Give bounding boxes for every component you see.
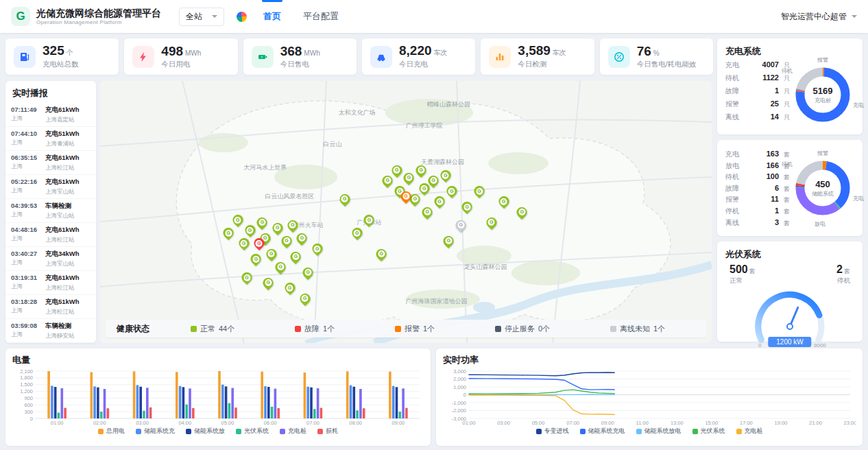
map-pin-alarm[interactable]: G: [401, 191, 411, 202]
broadcast-item: 05:22:16上海充电51kWh上海宝山站: [5, 175, 96, 199]
map-pin-normal[interactable]: G: [242, 272, 252, 283]
map-pin-normal[interactable]: G: [422, 207, 433, 217]
legend-color-swatch: [495, 326, 501, 332]
broadcast-time: 04:39:53: [11, 202, 43, 209]
map-pin-normal[interactable]: G: [312, 244, 322, 254]
chart-legend-item[interactable]: 充电桩: [280, 427, 306, 436]
map-pin-fault[interactable]: G: [254, 238, 264, 248]
legend-color-swatch: [736, 429, 742, 434]
chart-legend-item[interactable]: 光伏系统: [236, 427, 269, 436]
map-pin-offline[interactable]: G: [456, 220, 466, 230]
map-pin-normal[interactable]: G: [410, 194, 420, 204]
map-pin-normal[interactable]: G: [257, 217, 267, 228]
map-pin-normal[interactable]: G: [282, 236, 292, 246]
chart-legend-item[interactable]: 储能系统放电: [636, 427, 682, 436]
energy-chart-title: 电量: [12, 354, 424, 366]
pv-stopped-unit: 套: [844, 268, 850, 274]
map-pin-normal[interactable]: G: [266, 249, 276, 259]
map-pin-normal[interactable]: G: [272, 223, 282, 233]
pv-system-card: 光伏系统 500套 正常 2套 停机 09000 1200 kW: [717, 241, 863, 342]
broadcast-event: 充电61kWh: [45, 226, 91, 235]
map-pin-normal[interactable]: G: [429, 176, 439, 186]
legend-color-swatch: [186, 429, 191, 434]
kpi-card: 498MWh今日用电: [124, 38, 237, 75]
map-pin-normal[interactable]: G: [517, 207, 527, 217]
health-legend-item: 离线未知1个: [610, 324, 665, 334]
map-pin-normal[interactable]: G: [486, 217, 496, 228]
broadcast-event: 充电51kWh: [45, 178, 91, 187]
chart-legend-item[interactable]: 储能系统充: [136, 427, 175, 436]
tab-platform-config[interactable]: 平台配置: [292, 0, 350, 33]
map-place-label: 广州理工学院: [406, 121, 443, 130]
stat-row: 报警25只: [725, 99, 790, 113]
map-pin-normal[interactable]: G: [297, 233, 307, 244]
chart-legend-item[interactable]: 充电桩: [736, 427, 763, 436]
map-pin-normal[interactable]: G: [376, 249, 387, 259]
map-pin-normal[interactable]: G: [435, 196, 445, 206]
broadcast-time: 03:40:27: [11, 250, 43, 257]
kpi-unit: %: [653, 49, 660, 57]
pv-gauge: 09000 1200 kW: [725, 285, 854, 348]
donut-callout: 报警: [817, 150, 828, 157]
broadcast-station: 上海青浦站: [45, 140, 91, 148]
svg-text:0: 0: [758, 342, 762, 348]
map-pin-normal[interactable]: G: [224, 228, 234, 238]
map-pin-normal[interactable]: G: [440, 170, 450, 180]
chart-legend-item[interactable]: 总用电: [98, 427, 125, 436]
chart-legend-item[interactable]: 专变进线: [536, 427, 569, 436]
svg-text:3,000: 3,000: [453, 368, 466, 375]
legend-color-swatch: [236, 429, 241, 434]
map-pin-normal[interactable]: G: [498, 196, 509, 206]
map-pin-normal[interactable]: G: [364, 215, 374, 225]
health-status-legend: 健康状态 正常44个故障1个报警1个停止服务0个离线未知1个: [106, 320, 706, 338]
tab-home[interactable]: 首页: [252, 0, 292, 33]
broadcast-list[interactable]: 07:11:49上海充电61kWh上海嘉定站07:44:10上海充电51kWh上…: [5, 103, 96, 343]
map-pin-normal[interactable]: G: [474, 186, 485, 196]
map-pin-normal[interactable]: G: [462, 202, 472, 212]
station-selector[interactable]: 全站: [179, 8, 224, 26]
legend-color-swatch: [395, 326, 401, 332]
map[interactable]: 健康状态 正常44个故障1个报警1个停止服务0个离线未知1个 太和文化广场帽峰山…: [100, 81, 712, 343]
map-pin-normal[interactable]: G: [303, 268, 313, 278]
map-pin-normal[interactable]: G: [287, 220, 298, 230]
map-pin-normal[interactable]: G: [263, 278, 274, 288]
svg-text:02:00: 02:00: [93, 420, 106, 426]
kpi-label: 今日售电/耗电能效: [637, 60, 697, 69]
map-pin-normal[interactable]: G: [276, 262, 286, 272]
map-pin-normal[interactable]: G: [391, 165, 402, 176]
map-pin-normal[interactable]: G: [239, 238, 249, 248]
broadcast-time: 05:22:16: [11, 178, 43, 185]
svg-text:21:00: 21:00: [809, 420, 822, 426]
map-pin-normal[interactable]: G: [446, 186, 457, 196]
chart-legend-item[interactable]: 损耗: [317, 427, 338, 436]
kpi-label: 今日售电: [280, 60, 320, 69]
apps-icon[interactable]: [237, 12, 247, 22]
user-name: 智光运营中心超管: [781, 11, 847, 23]
svg-text:1,000: 1,000: [453, 384, 466, 390]
map-place-label: 白云山: [323, 139, 341, 148]
map-pin-normal[interactable]: G: [300, 294, 310, 304]
broadcast-time: 04:48:16: [11, 226, 43, 233]
map-pin-normal[interactable]: G: [285, 283, 295, 293]
map-pin-normal[interactable]: G: [416, 165, 426, 176]
map-pin-normal[interactable]: G: [339, 194, 350, 204]
map-pin-normal[interactable]: G: [404, 173, 414, 183]
map-pin-normal[interactable]: G: [352, 228, 362, 238]
energy-chart-legend: 总用电储能系统充储能系统放光伏系统充电桩损耗: [12, 427, 424, 436]
chart-legend-item[interactable]: 光伏系统: [692, 427, 725, 436]
map-place-label: 龙头山森林公园: [463, 263, 507, 272]
svg-text:2,000: 2,000: [453, 376, 466, 382]
map-pin-normal[interactable]: G: [444, 236, 454, 246]
kpi-unit: 车次: [553, 48, 566, 58]
map-pin-normal[interactable]: G: [251, 254, 261, 264]
chart-legend-item[interactable]: 储能系统放: [186, 427, 225, 436]
map-pin-normal[interactable]: G: [245, 225, 255, 235]
chart-legend-item[interactable]: 储能系统充电: [580, 427, 625, 436]
map-pin-normal[interactable]: G: [383, 176, 393, 186]
user-menu[interactable]: 智光运营中心超管: [781, 11, 857, 23]
map-pin-normal[interactable]: G: [291, 252, 301, 262]
map-pin-normal[interactable]: G: [232, 215, 243, 225]
broadcast-item: 03:40:27上海充电34kWh上海宝山站: [5, 247, 96, 271]
svg-text:07:00: 07:00: [566, 420, 579, 426]
broadcast-station: 上海静安站: [45, 332, 91, 340]
